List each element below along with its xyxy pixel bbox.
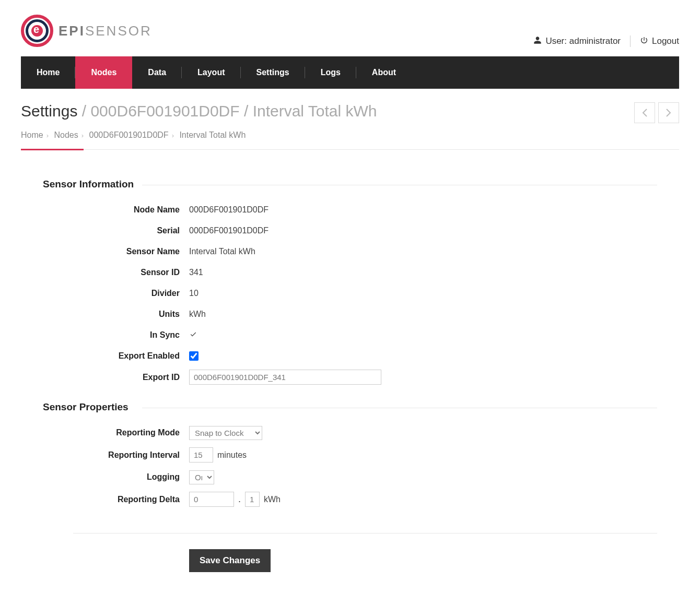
reporting-mode-select[interactable]: Snap to Clock <box>189 426 262 440</box>
label-reporting-mode: Reporting Mode <box>43 428 189 437</box>
logo-text-light: SENSOR <box>85 23 152 39</box>
logging-select[interactable]: On <box>189 470 214 484</box>
export-id-input[interactable] <box>189 370 381 385</box>
label-serial: Serial <box>43 226 189 235</box>
reporting-delta-whole-input[interactable] <box>189 492 234 507</box>
label-node-name: Node Name <box>43 205 189 215</box>
label-reporting-delta: Reporting Delta <box>43 495 189 504</box>
label-reporting-interval: Reporting Interval <box>43 450 189 460</box>
page-title: Settings / 000D6F001901D0DF / Interval T… <box>21 102 377 120</box>
logout-label: Logout <box>652 36 679 46</box>
nav-item-home[interactable]: Home <box>21 56 75 89</box>
reporting-interval-unit: minutes <box>217 450 247 460</box>
value-node-name: 000D6F001901D0DF <box>189 205 269 215</box>
value-sensor-name: Interval Total kWh <box>189 247 255 256</box>
breadcrumb-home[interactable]: Home <box>21 131 43 139</box>
header-divider <box>630 35 631 47</box>
breadcrumb: Home› Nodes› 000D6F001901D0DF› Interval … <box>21 131 679 140</box>
accent-bar <box>21 149 84 150</box>
label-export-id: Export ID <box>43 373 189 382</box>
decimal-separator: . <box>238 494 241 505</box>
nav-item-settings[interactable]: Settings <box>241 56 305 89</box>
power-icon <box>640 36 648 47</box>
reporting-delta-decimal-input[interactable] <box>245 492 260 507</box>
nav-item-layout[interactable]: Layout <box>182 56 240 89</box>
logo: EPISENSOR <box>21 15 152 47</box>
section-heading-info: Sensor Information <box>43 179 657 190</box>
check-icon <box>189 330 197 340</box>
section-heading-props: Sensor Properties <box>43 401 657 413</box>
pager-next[interactable] <box>658 102 679 123</box>
pager-prev[interactable] <box>634 102 655 123</box>
label-export-enabled: Export Enabled <box>43 351 189 361</box>
value-sensor-id: 341 <box>189 268 203 277</box>
nav-item-logs[interactable]: Logs <box>305 56 356 89</box>
nav-item-nodes[interactable]: Nodes <box>75 56 132 89</box>
user-name: administrator <box>569 36 621 46</box>
reporting-delta-unit: kWh <box>264 495 281 504</box>
logout-link[interactable]: Logout <box>640 36 679 47</box>
value-serial: 000D6F001901D0DF <box>189 226 269 235</box>
value-units: kWh <box>189 310 206 319</box>
reporting-interval-input[interactable] <box>189 447 213 462</box>
breadcrumb-nodes[interactable]: Nodes <box>54 131 78 139</box>
user-icon <box>533 36 542 47</box>
user-prefix-label: User: <box>545 36 567 46</box>
nav-item-data[interactable]: Data <box>132 56 182 89</box>
breadcrumb-node[interactable]: 000D6F001901D0DF <box>89 131 169 139</box>
main-nav: Home Nodes Data Layout Settings Logs Abo… <box>21 56 679 89</box>
label-units: Units <box>43 310 189 319</box>
label-in-sync: In Sync <box>43 330 189 340</box>
label-sensor-id: Sensor ID <box>43 268 189 277</box>
label-divider: Divider <box>43 289 189 298</box>
nav-item-about[interactable]: About <box>356 56 412 89</box>
save-button[interactable]: Save Changes <box>189 549 271 572</box>
user-indicator[interactable]: User: administrator <box>533 36 621 47</box>
value-divider: 10 <box>189 289 199 298</box>
breadcrumb-current: Interval Total kWh <box>179 131 246 139</box>
label-logging: Logging <box>43 472 189 482</box>
logo-text-bold: EPI <box>59 23 85 39</box>
export-enabled-checkbox[interactable] <box>189 351 199 361</box>
label-sensor-name: Sensor Name <box>43 247 189 256</box>
